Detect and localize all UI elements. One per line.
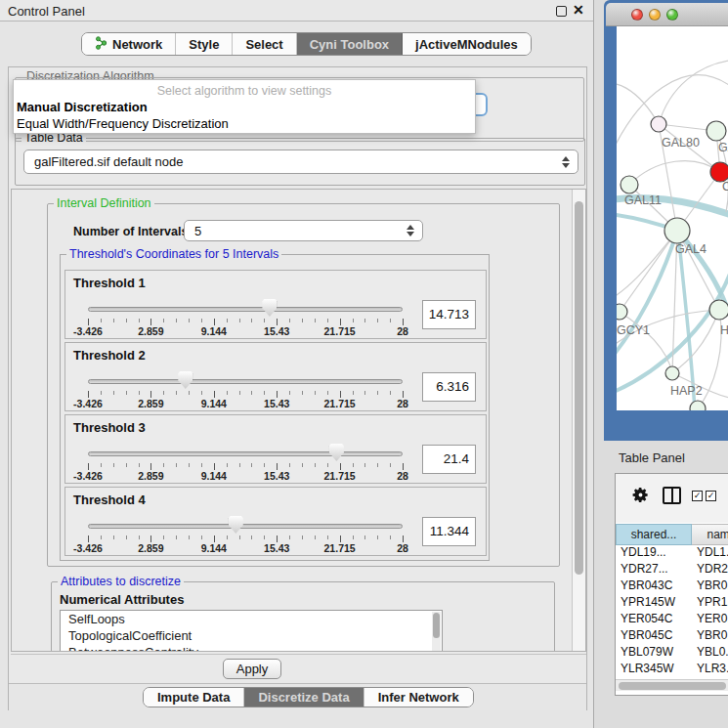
tab-select[interactable]: Select: [233, 33, 296, 55]
slider-thumb[interactable]: [178, 371, 193, 389]
column-header-name[interactable]: name: [692, 524, 728, 545]
network-node-GCY1[interactable]: [617, 304, 627, 320]
slider-tick: [101, 463, 102, 467]
dropdown-option-equal-width-frequency[interactable]: Equal Width/Frequency Discretization: [14, 115, 475, 132]
float-window-icon[interactable]: [556, 6, 567, 17]
table-horizontal-scrollbar[interactable]: [616, 679, 728, 691]
attributes-list-scrollbar[interactable]: [432, 612, 441, 652]
table-row[interactable]: YBR045CYBR0...: [616, 628, 728, 645]
slider-tick: [150, 391, 151, 398]
slider-tick: [403, 535, 404, 542]
settings-vertical-scrollbar[interactable]: [572, 190, 585, 651]
slider-tick: [390, 319, 391, 322]
zoom-traffic-light-icon[interactable]: [666, 9, 678, 21]
slider-track[interactable]: [88, 379, 403, 384]
table-row[interactable]: YER054CYER0...: [616, 612, 728, 628]
slider-tick: [88, 391, 89, 398]
checkbox-icon[interactable]: ✓: [706, 491, 716, 501]
number-of-intervals-combobox[interactable]: 5: [184, 220, 423, 241]
slider-tick: [289, 319, 290, 322]
threshold-value-field[interactable]: 14.713: [422, 300, 476, 329]
tab-infer-network[interactable]: Infer Network: [364, 688, 473, 707]
threshold-value-field[interactable]: 21.4: [422, 445, 476, 474]
attribute-list-item[interactable]: SelfLoops: [61, 611, 442, 627]
slider-tick: [101, 319, 102, 322]
tab-style[interactable]: Style: [176, 33, 233, 55]
tab-cyni-toolbox[interactable]: Cyni Toolbox: [297, 33, 403, 55]
interval-definition-group: Interval Definition Number of Intervals …: [47, 203, 560, 567]
gear-icon[interactable]: [631, 486, 650, 508]
network-canvas[interactable]: GAL80GACGAL11GAL4GCY1HHAP2: [617, 26, 728, 410]
table-row[interactable]: YBL079WYBL0...: [616, 645, 728, 662]
slider-thumb[interactable]: [229, 516, 243, 534]
slider-tick: [315, 463, 316, 467]
network-node-GAL80[interactable]: [651, 116, 666, 132]
slider-tick: [101, 391, 102, 395]
network-edge: [617, 231, 677, 300]
table-row[interactable]: YBR043CYBR0...: [616, 578, 728, 595]
slider-tick: [201, 535, 202, 539]
slider-tick: [150, 463, 151, 470]
slider-tick: [163, 319, 164, 322]
slider-tick: [201, 463, 202, 467]
numerical-attributes-list[interactable]: SelfLoopsTopologicalCoefficientBetweenne…: [60, 610, 443, 652]
close-icon[interactable]: ✕: [573, 2, 584, 18]
spinner-arrows-icon[interactable]: [562, 156, 571, 168]
slider-tick: [126, 463, 127, 467]
slider-tick: [214, 391, 215, 398]
dropdown-option-manual-discretization[interactable]: Manual Discretization: [14, 99, 475, 115]
apply-button[interactable]: Apply: [223, 659, 281, 679]
cyni-mode-tab-bar: Impute DataDiscretize DataInfer Network: [143, 687, 474, 707]
tab-impute-data[interactable]: Impute Data: [144, 688, 244, 707]
table-row[interactable]: YLR345WYLR3...: [616, 662, 728, 678]
attribute-list-item[interactable]: BetweennessCentrality: [61, 644, 442, 652]
split-columns-icon[interactable]: [663, 487, 681, 504]
network-view-window: GAL80GACGAL11GAL4GCY1HHAP2: [604, 0, 728, 441]
tab-discretize-data[interactable]: Discretize Data: [244, 688, 364, 707]
apply-row: Apply: [11, 654, 586, 682]
table-data-combobox[interactable]: galFiltered.sif default node: [23, 150, 578, 174]
network-node-GAL4[interactable]: [664, 218, 690, 243]
tick-label: 2.859: [129, 542, 172, 554]
spinner-arrows-icon[interactable]: [407, 225, 415, 236]
column-header-shared-name[interactable]: shared...: [616, 524, 692, 545]
attributes-group-legend: Attributes to discretize: [58, 575, 184, 588]
dropdown-placeholder: Select algorithm to view settings: [14, 80, 475, 99]
slider-track[interactable]: [88, 307, 403, 312]
checkbox-icon[interactable]: ✓: [692, 491, 703, 501]
table-row[interactable]: YPR145WYPR1...: [616, 595, 728, 612]
tick-label: 15.43: [255, 398, 298, 409]
slider-thumb[interactable]: [329, 444, 344, 461]
close-traffic-light-icon[interactable]: [631, 9, 643, 21]
tick-label: -3.426: [66, 325, 109, 337]
scrollbar-thumb[interactable]: [575, 201, 583, 575]
slider-thumb[interactable]: [262, 299, 277, 317]
tick-label: 15.43: [255, 542, 298, 554]
network-edge: [672, 310, 719, 373]
network-node-H-node[interactable]: [709, 300, 728, 320]
minimize-traffic-light-icon[interactable]: [649, 9, 661, 21]
table-row[interactable]: YDL19...YDL1...: [616, 545, 728, 562]
attributes-to-discretize-group: Attributes to discretize Numerical Attri…: [51, 581, 555, 652]
tab-jactivemnodules[interactable]: jActiveMNodules: [403, 33, 531, 55]
threshold-value-field[interactable]: 6.316: [422, 372, 476, 402]
network-node-bottom-node[interactable]: [690, 401, 706, 410]
network-tree-icon: [95, 36, 107, 53]
slider-track[interactable]: [88, 451, 403, 456]
network-window-titlebar: [606, 3, 728, 26]
slider-tick: [315, 535, 316, 539]
tab-network[interactable]: Network: [82, 33, 176, 55]
slider-track[interactable]: [88, 524, 403, 529]
network-node-GAL11[interactable]: [621, 176, 638, 193]
scrollbar-thumb[interactable]: [619, 682, 726, 690]
table-row[interactable]: YDR27...YDR2...: [616, 562, 728, 578]
number-of-intervals-label: Number of Intervals: [73, 225, 188, 238]
threshold-value-field[interactable]: 11.344: [422, 517, 476, 546]
slider-tick: [264, 463, 265, 467]
network-node-node-gal[interactable]: [707, 121, 726, 141]
network-node-red-node[interactable]: [710, 162, 728, 182]
node-label-GCY1: GCY1: [617, 323, 650, 337]
interval-definition-legend: Interval Definition: [54, 196, 154, 210]
network-node-HAP2[interactable]: [665, 366, 679, 380]
attribute-list-item[interactable]: TopologicalCoefficient: [61, 627, 442, 644]
